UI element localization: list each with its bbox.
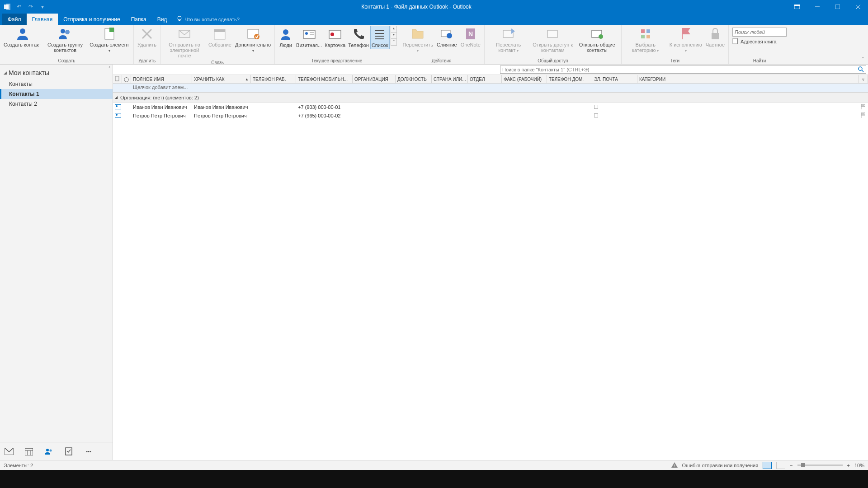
view-list-button[interactable]: Список [370, 26, 390, 49]
contact-card-icon [115, 113, 121, 118]
svg-rect-45 [712, 33, 719, 39]
svg-point-10 [20, 28, 25, 34]
sidebar-item[interactable]: Контакты [0, 79, 113, 89]
zoom-in-icon[interactable]: + [847, 463, 850, 468]
email-checkbox[interactable] [594, 113, 598, 117]
redo-icon[interactable]: ↷ [27, 3, 34, 10]
reading-view-toggle[interactable] [776, 462, 785, 469]
close-button[interactable] [848, 0, 868, 14]
sidebar-item[interactable]: Контакты 2 [0, 99, 113, 109]
taskbar [0, 470, 868, 488]
new-item-button[interactable]: Создать элемент ▾ [87, 26, 132, 54]
zoom-slider[interactable] [797, 465, 843, 466]
contact-row[interactable]: Петров Пётр ПетровичПетров Пётр Петрович… [113, 111, 868, 120]
col-fullname[interactable]: ПОЛНОЕ ИМЯ [131, 75, 192, 83]
tab-view[interactable]: Вид [152, 14, 173, 25]
normal-view-toggle[interactable] [763, 462, 772, 469]
search-people-input[interactable] [732, 28, 787, 37]
flag-icon[interactable] [861, 113, 865, 118]
item-count: Элементы: 2 [4, 463, 33, 468]
maximize-button[interactable] [827, 0, 848, 14]
mail-merge-button[interactable]: Слияние [435, 26, 459, 48]
tab-folder[interactable]: Папка [126, 14, 152, 25]
contact-card-icon [115, 104, 121, 109]
svg-rect-5 [835, 5, 840, 9]
expand-group-icon: ◢ [115, 95, 118, 99]
view-gallery-more[interactable]: ▴▾⁼ [391, 26, 397, 46]
col-country[interactable]: СТРАНА ИЛИ... [432, 75, 468, 83]
new-contact-group-button[interactable]: Создать группу контактов [43, 26, 87, 54]
calendar-nav-icon[interactable] [24, 447, 33, 456]
mail-nav-icon[interactable] [5, 447, 14, 456]
tasks-nav-icon[interactable] [64, 447, 73, 456]
col-fax[interactable]: ФАКС (РАБОЧИЙ) [502, 75, 547, 83]
view-card-button[interactable]: Карточка [323, 26, 347, 49]
svg-rect-9 [179, 20, 180, 21]
address-book-button[interactable]: Адресная книга [732, 38, 787, 45]
svg-point-22 [283, 29, 288, 35]
svg-rect-19 [214, 29, 225, 32]
col-title[interactable]: ДОЛЖНОСТЬ [396, 75, 432, 83]
col-company[interactable]: ОРГАНИЗАЦИЯ [353, 75, 396, 83]
tab-file[interactable]: Файл [2, 14, 27, 25]
meeting-button: Собрание [207, 26, 233, 48]
open-shared-button[interactable]: Открыть общие контакты [575, 26, 619, 54]
group-header[interactable]: ◢ Организация: (нет) (элементов: 2) [113, 93, 868, 103]
folder-search-input[interactable] [500, 66, 856, 73]
tab-home[interactable]: Главная [27, 14, 58, 25]
warning-icon: ! [671, 462, 678, 469]
qat-customize-icon[interactable]: ▾ [39, 3, 46, 10]
minimize-button[interactable] [807, 0, 827, 14]
col-flag[interactable]: ▿ [859, 75, 868, 83]
add-hint-label: Щелчок добавит элем... [131, 84, 192, 92]
collapse-sidebar-icon[interactable]: ‹ [106, 65, 113, 71]
lightbulb-icon [177, 16, 182, 23]
people-nav-icon[interactable] [44, 447, 53, 456]
new-contact-button[interactable]: Создать контакт [2, 26, 43, 48]
col-work-phone[interactable]: ТЕЛЕФОН РАБ. [251, 75, 296, 83]
col-categories[interactable]: КАТЕГОРИИ [637, 75, 859, 83]
categorize-button: Выбрать категорию ▾ [623, 26, 668, 54]
flag-icon[interactable] [861, 104, 865, 109]
col-fileas[interactable]: ХРАНИТЬ КАК▲ [192, 75, 251, 83]
undo-icon[interactable]: ↶ [15, 3, 23, 10]
ribbon: Создать контакт Создать группу контактов… [0, 25, 868, 65]
window-title: Контакты 1 - Файл данных Outlook - Outlo… [46, 4, 787, 10]
group-new-label: Создать [2, 57, 132, 64]
view-people-button[interactable]: Люди [277, 26, 295, 49]
more-comm-button[interactable]: Дополнительно▾ [233, 26, 273, 54]
tell-me-search[interactable]: Что вы хотите сделать? [177, 14, 240, 25]
my-contacts-header[interactable]: ◢ Мои контакты [0, 65, 113, 79]
col-email[interactable]: ЭЛ. ПОЧТА [592, 75, 637, 83]
col-department[interactable]: ОТДЕЛ [468, 75, 502, 83]
col-home-phone[interactable]: ТЕЛЕФОН ДОМ. [547, 75, 592, 83]
col-icon[interactable] [113, 75, 122, 83]
contact-row[interactable]: Иванов Иван ИвановичИванов Иван Иванович… [113, 103, 868, 111]
content-area: ◯ ПОЛНОЕ ИМЯ ХРАНИТЬ КАК▲ ТЕЛЕФОН РАБ. Т… [113, 65, 868, 460]
delete-button: Удалить [136, 26, 158, 48]
zoom-out-icon[interactable]: − [790, 463, 793, 468]
svg-rect-44 [646, 35, 650, 38]
ribbon-display-icon[interactable] [787, 0, 807, 14]
group-share-label: Общий доступ [486, 57, 619, 64]
svg-rect-58 [115, 76, 119, 81]
view-business-card-button[interactable]: Визитная... [295, 26, 323, 49]
svg-rect-47 [737, 38, 738, 44]
view-phone-button[interactable]: Телефон [347, 26, 370, 49]
send-receive-error[interactable]: Ошибка отправки или получения [682, 463, 759, 468]
group-currentview-label: Текущее представление [277, 57, 396, 64]
sort-asc-icon: ▲ [245, 77, 249, 81]
folder-search[interactable] [500, 66, 866, 74]
collapse-ribbon-icon[interactable]: ˄ [858, 55, 868, 64]
svg-text:N: N [468, 30, 473, 38]
svg-line-57 [862, 70, 863, 72]
outlook-icon [4, 3, 11, 10]
tab-send-receive[interactable]: Отправка и получение [58, 14, 125, 25]
email-checkbox[interactable] [594, 105, 598, 109]
col-mobile[interactable]: ТЕЛЕФОН МОБИЛЬН... [296, 75, 353, 83]
click-to-add-row[interactable]: Щелчок добавит элем... [113, 84, 868, 93]
sidebar-item[interactable]: Контакты 1 [0, 89, 113, 99]
search-icon[interactable] [856, 66, 866, 73]
more-nav-icon[interactable]: ••• [84, 447, 93, 456]
col-attachment[interactable]: ◯ [122, 75, 131, 83]
